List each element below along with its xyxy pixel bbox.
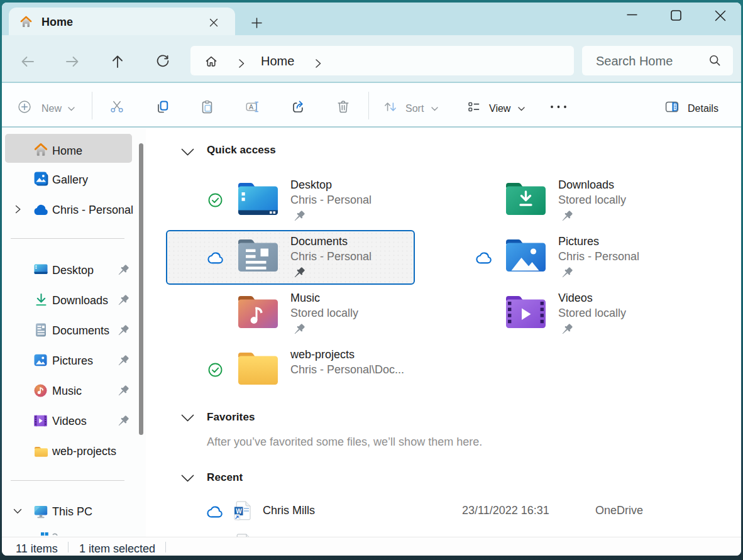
svg-text:A: A: [249, 103, 253, 111]
svg-text:W: W: [236, 508, 242, 515]
